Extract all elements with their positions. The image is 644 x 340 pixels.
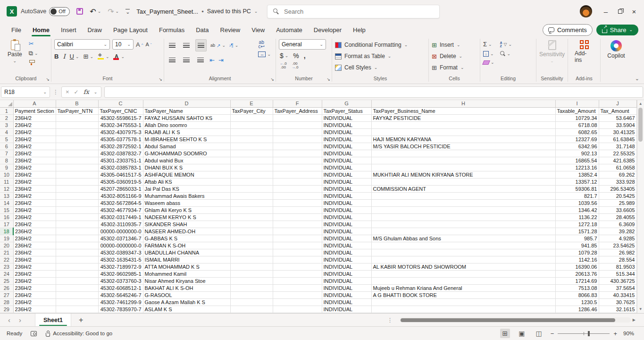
cell[interactable] xyxy=(230,228,273,235)
row-header-15[interactable]: 15 xyxy=(0,206,13,213)
cell[interactable]: DHANI BUX K S xyxy=(143,164,230,171)
cell[interactable]: 1079.28 xyxy=(555,249,599,256)
cell[interactable] xyxy=(56,242,98,249)
cell[interactable]: INDIVIDUAL xyxy=(322,249,371,256)
row-header-23[interactable]: 23 xyxy=(0,263,13,270)
cell[interactable]: INDIVIDUAL xyxy=(322,136,371,143)
cell[interactable]: ASHFAQUE MEMON xyxy=(143,171,230,178)
zoom-thumb[interactable] xyxy=(588,331,590,336)
autosave-switch[interactable]: Off xyxy=(49,7,70,16)
zoom-in-icon[interactable]: + xyxy=(613,330,617,337)
column-header-f[interactable]: F xyxy=(273,100,322,107)
cell[interactable]: 61.63845 xyxy=(599,136,636,143)
cell[interactable]: 45302-7189972-9 xyxy=(98,263,143,270)
cell[interactable] xyxy=(230,185,273,192)
cell[interactable] xyxy=(56,206,98,213)
cell[interactable]: 296.53405 xyxy=(599,185,636,192)
confirm-entry-icon[interactable]: ✓ xyxy=(74,89,79,95)
cell[interactable] xyxy=(371,164,555,171)
vertical-scrollbar[interactable]: ▲ ▼ xyxy=(637,100,644,313)
cell[interactable]: Ghlam Ali Keryo K S xyxy=(143,206,230,213)
cell[interactable]: 421.6385 xyxy=(599,157,636,164)
cell[interactable]: 1230.5 xyxy=(555,298,599,306)
row-header-13[interactable]: 13 xyxy=(0,192,13,199)
fill-color-button[interactable]: ⌄ xyxy=(98,53,109,60)
cell[interactable] xyxy=(230,171,273,178)
add-sheet-button[interactable]: + xyxy=(71,316,91,324)
row-header-16[interactable]: 16 xyxy=(0,213,13,221)
horizontal-scroll-thumb[interactable] xyxy=(401,318,615,322)
cell[interactable]: MUKHTIAR ALI MEMON KIRYANA STORE xyxy=(371,171,555,178)
cell[interactable]: BAKHAT ALI K S-OH xyxy=(143,284,230,291)
cell[interactable] xyxy=(273,128,322,136)
cell[interactable] xyxy=(56,213,98,221)
cell[interactable]: Muhammad Awais Bakers xyxy=(143,192,230,199)
cell[interactable] xyxy=(56,263,98,270)
cell[interactable]: 30.41325 xyxy=(599,128,636,136)
column-header-b[interactable]: B xyxy=(56,100,98,107)
cell[interactable]: 12213.16 xyxy=(555,164,599,171)
cell[interactable]: A G BHATTI BOOK STORE xyxy=(371,291,555,298)
cell[interactable]: 23.54625 xyxy=(599,242,636,249)
cell[interactable] xyxy=(371,228,555,235)
row-header-9[interactable]: 9 xyxy=(0,164,13,171)
cell[interactable]: 69.262 xyxy=(599,171,636,178)
cell[interactable] xyxy=(230,242,273,249)
row-header-6[interactable]: 6 xyxy=(0,143,13,150)
cell[interactable] xyxy=(230,114,273,121)
cell[interactable]: 1142.16 xyxy=(555,256,599,263)
cell[interactable]: 45302-3110935-7 xyxy=(98,221,143,228)
search-input[interactable] xyxy=(284,8,434,15)
cell[interactable] xyxy=(56,277,98,284)
cell[interactable] xyxy=(230,277,273,284)
zoom-level[interactable]: 90% xyxy=(623,331,637,336)
cell[interactable]: Waseem abass xyxy=(143,199,230,206)
borders-button[interactable]: ⊞⌄ xyxy=(83,53,93,60)
cell[interactable]: TaxPayer_Name xyxy=(143,107,230,114)
format-painter-button[interactable] xyxy=(29,60,38,65)
cell[interactable]: INDIVIDUAL xyxy=(322,221,371,228)
cell[interactable]: FAYAZ HUSSAIN SAHTO KS xyxy=(143,114,230,121)
cell[interactable]: Payment Section xyxy=(13,107,56,114)
cell[interactable]: 39.282 xyxy=(599,228,636,235)
cell[interactable]: 45302-0387832-7 xyxy=(98,150,143,157)
name-box[interactable]: ⌄ xyxy=(1,86,50,98)
cell[interactable]: INDIVIDUAL xyxy=(322,128,371,136)
cell[interactable]: INDIVIDUAL xyxy=(322,171,371,178)
cell[interactable]: Aftab Ali KS xyxy=(143,178,230,185)
cell[interactable]: INDIVIDUAL xyxy=(322,242,371,249)
column-header-c[interactable]: C xyxy=(98,100,143,107)
cell[interactable]: 236H/2 xyxy=(13,270,56,277)
cell[interactable] xyxy=(273,284,322,291)
formula-input[interactable] xyxy=(104,86,643,98)
insert-function-icon[interactable]: fx xyxy=(84,88,89,95)
cell[interactable] xyxy=(230,270,273,277)
cell[interactable] xyxy=(371,242,555,249)
cell[interactable]: 45302-4307975-3 xyxy=(98,128,143,136)
row-header-17[interactable]: 17 xyxy=(0,221,13,228)
cell[interactable]: 45207-2865033-1 xyxy=(98,185,143,192)
cell[interactable]: 45302-0317449-1 xyxy=(98,213,143,221)
cell[interactable]: 00000-0000000-0 xyxy=(98,228,143,235)
cell[interactable]: INDIVIDUAL xyxy=(322,284,371,291)
row-header-28[interactable]: 28 xyxy=(0,298,13,306)
cell[interactable]: 37.5654 xyxy=(599,284,636,291)
cell[interactable]: 236H/2 xyxy=(13,199,56,206)
document-title-area[interactable]: Tax_Payment_Sheet... • Saved to this PC … xyxy=(136,8,258,15)
addins-button[interactable]: Add-ins xyxy=(571,39,597,64)
cell[interactable]: 236H/2 xyxy=(13,249,56,256)
row-header-21[interactable]: 21 xyxy=(0,249,13,256)
select-all-corner[interactable] xyxy=(0,100,13,107)
redo-icon[interactable]: ↷ xyxy=(108,7,114,16)
cell[interactable] xyxy=(371,277,555,284)
cell[interactable]: COMMISSION AGENT xyxy=(371,185,555,192)
cell[interactable]: Nisar Ahmed Kiryana Stoe xyxy=(143,277,230,284)
collapse-ribbon-icon[interactable]: ⌄ xyxy=(635,76,639,82)
cell[interactable]: 20.5425 xyxy=(599,192,636,199)
cell[interactable]: SIKANDER SHAH xyxy=(143,221,230,228)
cell[interactable] xyxy=(230,136,273,143)
cell[interactable] xyxy=(230,157,273,164)
copy-button[interactable]: ⧉⌄ xyxy=(29,50,38,57)
cell[interactable] xyxy=(273,185,322,192)
cell[interactable] xyxy=(273,213,322,221)
